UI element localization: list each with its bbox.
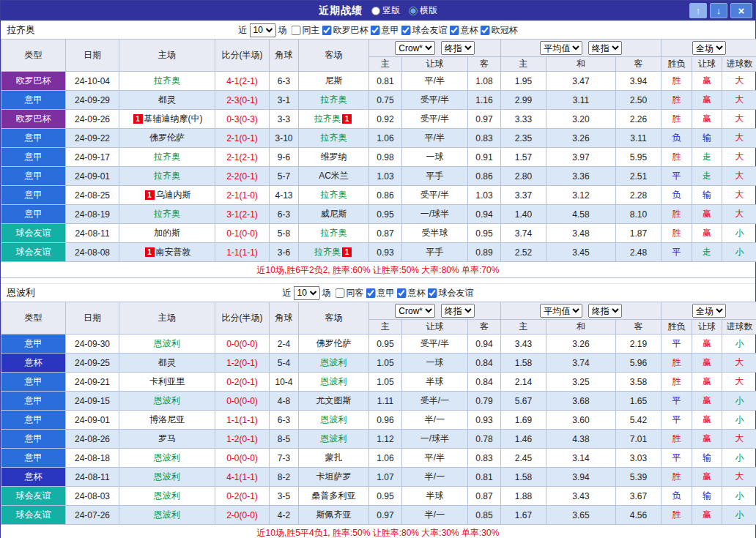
team-name-text: 威尼斯 [321, 209, 347, 219]
asian-final-select[interactable]: 终指 [441, 41, 475, 55]
result-goals: 大 [722, 167, 756, 186]
col-cover: 让球 [692, 57, 722, 72]
euro-final-select[interactable]: 终指 [588, 41, 622, 55]
match-row: 意甲24-09-29都灵2-3(0-1)3-1拉齐奥0.75受平/半1.162.… [1, 91, 756, 110]
euro-draw-odds: 3.14 [546, 449, 616, 468]
red-card-badge: 1 [133, 114, 143, 124]
competition-filter-checkbox[interactable] [336, 288, 345, 298]
result-handicap: 赢 [692, 468, 722, 487]
result-goals: 小 [722, 506, 756, 525]
competition-filter[interactable]: 意甲 [366, 287, 395, 299]
competition-filter-checkbox[interactable] [371, 26, 380, 35]
games-label: 场 [278, 24, 287, 37]
match-row: 意甲24-09-01拉齐奥2-2(0-1)5-7AC米兰1.03平手0.862.… [1, 167, 756, 186]
asian-home-odds: 0.81 [369, 72, 402, 91]
match-score: 0-1(0-0) [215, 224, 270, 243]
competition-filter[interactable]: 意甲 [371, 24, 399, 37]
competition-filter[interactable]: 同主 [292, 24, 320, 37]
asian-home-odds: 0.95 [369, 487, 402, 506]
competition-filter-checkbox[interactable] [450, 26, 459, 35]
euro-average-select[interactable]: 平均值 [540, 41, 582, 55]
competition-filter-checkbox[interactable] [292, 26, 301, 35]
team-name-text: 卡坦萨罗 [316, 471, 352, 482]
fullmatch-select[interactable]: 全场 [692, 41, 726, 55]
close-button[interactable]: × [730, 3, 752, 18]
col-score: 比分(半场) [215, 40, 270, 72]
layout-vertical-option[interactable]: 竖版 [371, 4, 400, 17]
home-team: 恩波利 [119, 506, 215, 525]
competition-filter-checkbox[interactable] [322, 26, 332, 35]
euro-away-odds: 8.10 [616, 205, 662, 224]
match-row: 意杯24-09-25都灵1-2(0-1)5-4恩波利1.05一球0.841.58… [1, 354, 756, 373]
result-goals: 大 [722, 148, 756, 167]
result-handicap: 赢 [692, 411, 722, 430]
col-away: 客场 [299, 40, 369, 72]
asian-away-odds: 0.86 [468, 167, 501, 186]
competition-filter-checkbox[interactable] [366, 288, 376, 298]
corner-score: 6-3 [270, 205, 299, 224]
match-date: 24-09-29 [66, 91, 119, 110]
team-name-text: 罗马 [158, 433, 176, 444]
recent-count-select[interactable]: 10 [250, 23, 276, 37]
layout-horizontal-radio[interactable] [409, 7, 418, 15]
competition-filter[interactable]: 欧罗巴杯 [322, 24, 368, 37]
away-team: 尼斯 [299, 72, 369, 91]
away-team: 拉齐奥 [299, 129, 369, 148]
result-goals: 大 [722, 110, 756, 129]
competition-filter[interactable]: 同客 [336, 287, 364, 299]
corner-score: 2-4 [270, 335, 299, 354]
titlebar-center: 近期战绩 竖版 横版 [319, 4, 437, 18]
fullmatch-select[interactable]: 全场 [692, 304, 726, 318]
odds-company-select[interactable]: Crow* [395, 41, 435, 55]
competition-filter-checkbox[interactable] [401, 26, 411, 35]
competition-badge: 意甲 [1, 186, 66, 205]
competition-filter-checkbox[interactable] [428, 288, 437, 298]
asian-home-odds: 0.97 [369, 506, 402, 525]
match-date: 24-08-03 [66, 487, 119, 506]
competition-filter-checkbox[interactable] [481, 26, 490, 35]
competition-filter[interactable]: 球会友谊 [428, 287, 474, 299]
match-date: 24-08-18 [66, 449, 119, 468]
euro-draw-odds: 3.26 [546, 129, 616, 148]
competition-filter[interactable]: 球会友谊 [401, 24, 448, 37]
odds-company-select[interactable]: Crow* [395, 304, 435, 318]
asian-away-odds: 0.87 [468, 487, 501, 506]
competition-filter-checkbox[interactable] [397, 288, 407, 298]
col-away: 客场 [299, 302, 369, 335]
result-goals: 大 [722, 205, 756, 224]
team-name-text: 佛罗伦萨 [316, 338, 352, 348]
home-team: 博洛尼亚 [119, 411, 215, 430]
team-name-text: 恩波利 [154, 395, 180, 406]
home-team: 都灵 [119, 91, 215, 110]
match-score: 2-2(0-1) [215, 167, 270, 186]
team-name-text: 拉齐奥 [321, 190, 347, 200]
competition-filter[interactable]: 欧冠杯 [481, 24, 518, 37]
euro-home-odds: 1.58 [501, 468, 546, 487]
result-handicap: 赢 [692, 373, 722, 392]
result-wdl: 负 [662, 129, 692, 148]
team-name-text: 桑普多利亚 [312, 490, 356, 501]
layout-vertical-radio[interactable] [371, 7, 380, 15]
move-down-button[interactable]: ↓ [710, 3, 727, 18]
move-up-button[interactable]: ↑ [689, 3, 707, 18]
team-name-text: 斯佩齐亚 [316, 509, 352, 520]
euro-home-odds: 1.88 [501, 487, 546, 506]
close-icon: × [738, 4, 745, 17]
result-wdl: 负 [662, 487, 692, 506]
team-name-text: 拉齐奥 [154, 209, 180, 219]
asian-handicap: 平/半 [402, 72, 468, 91]
asian-away-odds: 0.79 [468, 392, 501, 411]
competition-filter[interactable]: 意杯 [397, 287, 426, 299]
euro-home-odds: 5.67 [501, 392, 546, 411]
match-score: 2-1(1-0) [215, 186, 270, 205]
home-team: 罗马 [119, 430, 215, 449]
recent-count-select[interactable]: 10 [294, 286, 320, 300]
home-team: 恩波利 [119, 335, 215, 354]
asian-final-select[interactable]: 终指 [441, 304, 475, 318]
competition-badge: 球会友谊 [1, 243, 66, 262]
euro-average-select[interactable]: 平均值 [540, 304, 582, 318]
euro-final-select[interactable]: 终指 [588, 304, 622, 318]
titlebar-buttons: ↑ ↓ × [689, 3, 752, 18]
competition-filter[interactable]: 意杯 [450, 24, 478, 37]
layout-horizontal-option[interactable]: 横版 [409, 4, 437, 17]
